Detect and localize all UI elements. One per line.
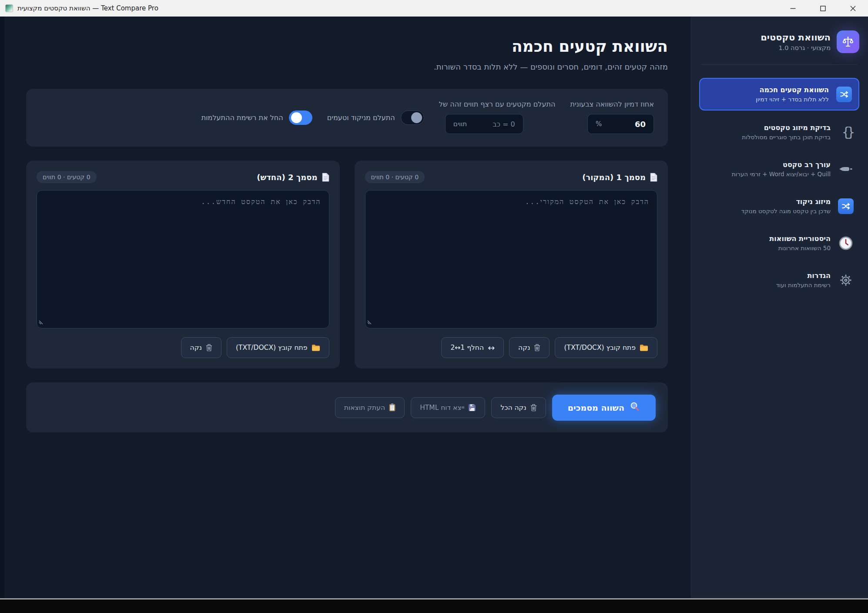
pen-icon xyxy=(838,161,854,178)
sidebar-item-settings[interactable]: הגדרות רשימת התעלמות ועוד xyxy=(699,271,859,288)
trash-icon xyxy=(206,344,212,352)
similarity-setting: אחוז דמיון להשוואה צבעונית 60 % xyxy=(570,99,654,134)
sidebar-item-nikud-merge[interactable]: מיזוג ניקוד שדכן בין טקסט מוגה לטקסט מנו… xyxy=(699,198,859,214)
nav-label: מיזוג ניקוד xyxy=(741,198,831,206)
document-1-counter-badge: 0 קטעים · 0 תווים xyxy=(365,171,425,183)
open-file-1-button[interactable]: פתח קובץ (TXT/DOCX) xyxy=(555,337,657,358)
maximize-button[interactable] xyxy=(808,0,838,17)
copy-results-button[interactable]: העתק תוצאות xyxy=(335,397,405,418)
similarity-value: 60 xyxy=(635,120,646,129)
screen-below-window xyxy=(0,600,868,613)
nav-sublabel: ללא תלות בסדר + זיהוי דמיון xyxy=(756,96,829,103)
sidebar-item-history[interactable]: היסטוריית השוואות 50 השוואות אחרונות xyxy=(699,234,859,251)
document-1-title-text: מסמך 1 (המקור) xyxy=(582,173,646,182)
maximize-icon xyxy=(820,6,826,11)
open-file-label: פתח קובץ (TXT/DOCX) xyxy=(236,344,308,352)
document-2-title-text: מסמך 2 (החדש) xyxy=(257,173,317,182)
folder-icon xyxy=(312,344,320,351)
documents-row: מסמך 1 (המקור) 0 קטעים · 0 תווים xyxy=(26,161,668,368)
shuffle-icon xyxy=(836,86,852,103)
clipboard-icon xyxy=(389,403,395,412)
gear-icon xyxy=(838,272,854,288)
page-title: השוואת קטעים חכמה xyxy=(26,37,668,56)
toggle-knob xyxy=(411,112,422,123)
clear-all-label: נקה הכל xyxy=(500,404,526,412)
app-version: מקצועי · גרסה 1.0 xyxy=(761,44,831,51)
similarity-threshold-input[interactable]: 60 % xyxy=(587,114,654,134)
clear-document-1-button[interactable]: נקה xyxy=(509,337,550,358)
nav-sublabel: בדיקת תוכן בתוך סוגריים מסולסלות xyxy=(742,134,831,141)
document-2-textarea[interactable] xyxy=(37,190,329,328)
open-file-2-button[interactable]: פתח קובץ (TXT/DOCX) xyxy=(227,337,329,358)
open-file-label: פתח קובץ (TXT/DOCX) xyxy=(564,344,636,352)
clear-document-2-button[interactable]: נקה xyxy=(181,337,221,358)
clear-label: נקה xyxy=(518,344,530,352)
export-html-button[interactable]: ייצא דוח HTML xyxy=(411,397,485,418)
document-1-panel: מסמך 1 (המקור) 0 קטעים · 0 תווים xyxy=(355,161,668,368)
app-title: השוואת טקסטים xyxy=(761,32,831,43)
compare-label: השווה מסמכים xyxy=(568,403,624,412)
percent-suffix: % xyxy=(596,120,602,128)
main-content: השוואת קטעים חכמה מזהה קטעים זהים, דומים… xyxy=(4,17,690,598)
sidebar-item-smart-compare[interactable]: השוואת קטעים חכמה ללא תלות בסדר + זיהוי … xyxy=(699,78,859,111)
nav-sublabel: רשימת התעלמות ועוד xyxy=(776,281,831,288)
trash-icon xyxy=(534,344,540,352)
nav-sublabel: שדכן בין טקסט מוגה לטקסט מנוקד xyxy=(741,208,831,214)
page-subtitle: מזהה קטעים זהים, דומים, חסרים ונוספים — … xyxy=(26,62,668,72)
sidebar-header: השוואת טקסטים מקצועי · גרסה 1.0 xyxy=(699,30,859,53)
nav-label: הגדרות xyxy=(776,271,831,280)
swap-documents-button[interactable]: ↔ החלף 1↔2 xyxy=(441,337,504,358)
nav-sublabel: 50 השוואות אחרונות xyxy=(769,245,831,251)
sidebar-nav: השוואת קטעים חכמה ללא תלות בסדר + זיהוי … xyxy=(699,78,859,288)
ignore-nikud-label: התעלם מניקוד וטעמים xyxy=(327,114,395,122)
nav-label: עורך רב טקסט xyxy=(732,161,831,169)
app-window-icon xyxy=(5,4,13,12)
close-button[interactable] xyxy=(838,0,868,17)
nav-label: השוואת קטעים חכמה xyxy=(756,86,829,94)
sidebar: השוואת טקסטים מקצועי · גרסה 1.0 xyxy=(690,17,868,598)
document-2-panel: מסמך 2 (החדש) 0 קטעים · 0 תווים xyxy=(26,161,340,368)
actions-bar: השווה מסמכים נקה הכל xyxy=(26,382,668,432)
floppy-disk-icon xyxy=(468,404,476,412)
copy-results-label: העתק תוצאות xyxy=(344,404,385,412)
ignore-run-setting: התעלם מקטעים עם רצף תווים זהה של 0 = כב … xyxy=(439,99,556,134)
nav-sublabel: Quill + יבוא/יצוא Word + זרמי הערות xyxy=(732,171,831,178)
trash-icon xyxy=(530,404,537,412)
compare-button[interactable]: השווה מסמכים xyxy=(552,395,656,421)
minimize-button[interactable] xyxy=(778,0,808,17)
chars-suffix: תווים xyxy=(453,120,467,128)
minimize-icon xyxy=(790,6,796,11)
app-window: השוואת טקסטים מקצועית — Text Compare Pro xyxy=(0,0,868,613)
swap-label: החלף 1↔2 xyxy=(450,344,484,352)
braces-icon: {} xyxy=(838,124,854,141)
sidebar-divider xyxy=(701,64,858,65)
shuffle-icon xyxy=(838,198,854,214)
document-icon xyxy=(322,173,329,182)
toggle-knob xyxy=(291,112,302,123)
ignore-run-value: 0 = כב xyxy=(493,120,515,128)
document-1-textarea[interactable] xyxy=(365,190,658,328)
clear-label: נקה xyxy=(190,344,202,352)
ignore-run-input[interactable]: 0 = כב תווים xyxy=(445,114,523,134)
document-2-counter-badge: 0 קטעים · 0 תווים xyxy=(37,171,97,183)
document-1-title: מסמך 1 (המקור) xyxy=(582,173,657,182)
apply-ignore-list-label: החל את רשימת ההתעלמות xyxy=(201,114,283,122)
clock-icon xyxy=(838,235,854,251)
folder-icon xyxy=(640,344,648,351)
similarity-label: אחוז דמיון להשוואה צבעונית xyxy=(570,100,654,108)
magnifier-icon xyxy=(630,402,640,414)
apply-ignore-list-setting: החל את רשימת ההתעלמות xyxy=(201,111,312,125)
nav-label: היסטוריית השוואות xyxy=(769,234,831,243)
scales-logo-icon xyxy=(837,30,859,53)
window-titlebar: השוואת טקסטים מקצועית — Text Compare Pro xyxy=(0,0,868,17)
apply-ignore-list-toggle[interactable] xyxy=(289,111,312,125)
export-html-label: ייצא דוח HTML xyxy=(420,404,464,412)
sidebar-item-rich-text-editor[interactable]: עורך רב טקסט Quill + יבוא/יצוא Word + זר… xyxy=(699,161,859,178)
document-2-title: מסמך 2 (החדש) xyxy=(257,173,329,182)
swap-arrows-icon: ↔ xyxy=(488,344,495,352)
sidebar-item-merge-check[interactable]: {} בדיקת מיזוג טקסטים בדיקת תוכן בתוך סו… xyxy=(699,124,859,141)
ignore-nikud-toggle[interactable] xyxy=(401,111,424,125)
close-icon xyxy=(850,6,856,11)
settings-bar: אחוז דמיון להשוואה צבעונית 60 % התעלם מק… xyxy=(26,89,668,147)
clear-all-button[interactable]: נקה הכל xyxy=(491,397,546,418)
